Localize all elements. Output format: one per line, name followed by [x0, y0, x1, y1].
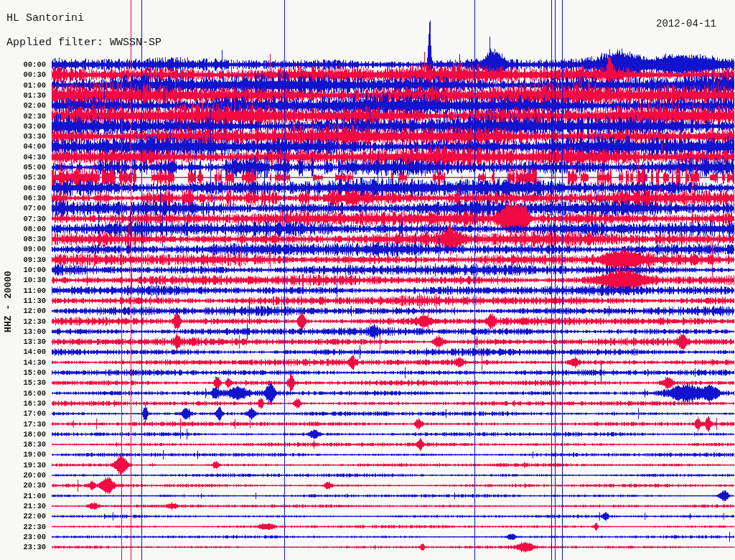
- time-label: 20:30: [0, 481, 46, 490]
- time-label: 05:00: [0, 163, 46, 172]
- time-label: 17:30: [0, 420, 46, 429]
- time-label: 19:00: [0, 450, 46, 459]
- time-label: 00:00: [0, 60, 46, 69]
- helicorder-page: HL Santorini Applied filter: WWSSN-SP 20…: [0, 0, 735, 560]
- time-label: 08:30: [0, 235, 46, 243]
- time-label: 06:00: [0, 184, 46, 192]
- time-label: 19:30: [0, 461, 46, 470]
- time-axis: 00:0000:3001:0001:3002:0002:3003:0003:30…: [0, 0, 47, 560]
- time-label: 08:00: [0, 225, 46, 233]
- time-label: 07:00: [0, 204, 46, 213]
- time-label: 07:30: [0, 215, 46, 223]
- time-label: 16:30: [0, 399, 46, 408]
- time-label: 02:00: [0, 101, 46, 110]
- time-label: 09:30: [0, 256, 46, 264]
- time-label: 01:00: [0, 81, 46, 90]
- time-label: 13:30: [0, 337, 46, 346]
- time-label: 16:00: [0, 389, 46, 398]
- time-label: 06:30: [0, 194, 46, 202]
- time-label: 00:30: [0, 70, 46, 79]
- time-label: 03:30: [0, 132, 46, 141]
- time-label: 13:00: [0, 327, 46, 336]
- time-label: 10:00: [0, 266, 46, 274]
- time-label: 18:30: [0, 440, 46, 449]
- time-label: 17:00: [0, 409, 46, 418]
- time-label: 11:30: [0, 297, 46, 305]
- time-label: 03:00: [0, 122, 46, 131]
- time-label: 20:00: [0, 471, 46, 480]
- time-label: 12:30: [0, 317, 46, 326]
- time-label: 22:00: [0, 512, 46, 521]
- time-label: 18:00: [0, 430, 46, 439]
- time-label: 10:30: [0, 276, 46, 284]
- time-label: 23:00: [0, 533, 46, 541]
- time-label: 02:30: [0, 112, 46, 121]
- date-label: 2012-04-11: [656, 18, 716, 29]
- time-label: 22:30: [0, 523, 46, 531]
- time-label: 04:00: [0, 142, 46, 151]
- time-label: 04:30: [0, 153, 46, 162]
- time-label: 09:00: [0, 245, 46, 253]
- time-label: 01:30: [0, 91, 46, 100]
- time-label: 21:30: [0, 502, 46, 510]
- time-label: 11:00: [0, 286, 46, 295]
- time-label: 14:00: [0, 347, 46, 356]
- time-label: 23:30: [0, 543, 46, 551]
- time-label: 12:00: [0, 307, 46, 315]
- time-label: 21:00: [0, 492, 46, 500]
- time-label: 15:30: [0, 378, 46, 387]
- time-label: 15:00: [0, 368, 46, 377]
- seismogram-canvas: [0, 0, 735, 560]
- time-label: 05:30: [0, 173, 46, 182]
- time-label: 14:30: [0, 358, 46, 367]
